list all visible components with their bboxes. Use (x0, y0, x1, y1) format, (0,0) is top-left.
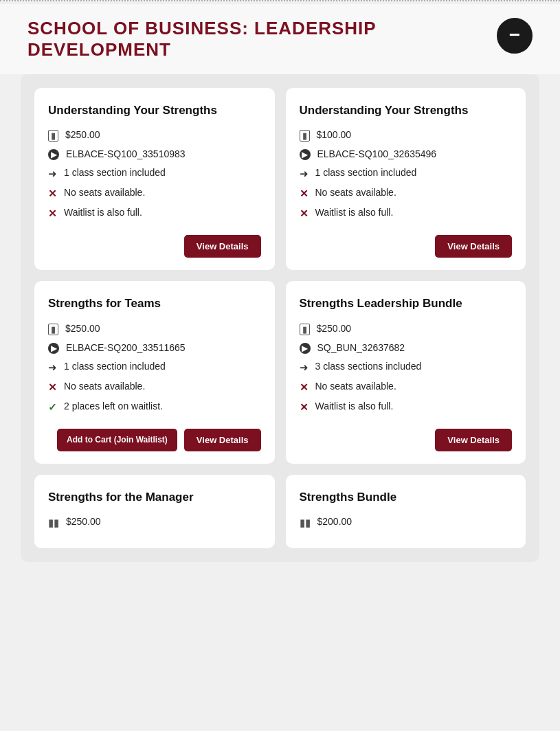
card-4: Strengths Leadership Bundle ▮ $250.00 ▶ … (286, 281, 526, 463)
tag-icon: ▶ (48, 343, 59, 354)
credit-card-icon: ▮ (48, 324, 58, 335)
card-sections: 3 class sections included (315, 361, 422, 372)
card-code-row: ▶ ELBACE-SQ100_33510983 (48, 148, 261, 160)
cross-icon-seats: ✕ (48, 381, 57, 394)
card-seats-row: ✕ No seats available. (300, 187, 513, 200)
card-seats: No seats available. (315, 187, 396, 198)
card-title: Understanding Your Strengths (48, 103, 261, 118)
cards-grid: Understanding Your Strengths ▮ $250.00 ▶… (34, 88, 526, 548)
card-price-row: ▮▮ $250.00 (48, 516, 261, 529)
card-actions: View Details (300, 235, 513, 258)
main-container: Understanding Your Strengths ▮ $250.00 ▶… (21, 74, 539, 561)
card-code-row: ▶ ELBACE-SQ200_33511665 (48, 342, 261, 354)
cross-icon-waitlist: ✕ (300, 401, 309, 414)
credit-card-icon: ▮ (48, 130, 58, 142)
card-sections-row: ➜ 3 class sections included (300, 361, 513, 374)
card-waitlist: Waitlist is also full. (315, 401, 394, 412)
card-actions: View Details (48, 235, 261, 258)
cross-icon-waitlist: ✕ (48, 207, 57, 220)
card-2: Understanding Your Strengths ▮ $100.00 ▶… (286, 88, 526, 270)
card-3: Strengths for Teams ▮ $250.00 ▶ ELBACE-S… (34, 281, 275, 463)
minus-button[interactable]: − (497, 18, 533, 54)
card-seats-row: ✕ No seats available. (48, 381, 261, 394)
card-waitlist: 2 places left on waitlist. (64, 401, 163, 412)
card-price-row: ▮▮ $200.00 (300, 516, 513, 529)
view-details-button[interactable]: View Details (435, 429, 512, 451)
card-price: $250.00 (317, 323, 352, 334)
tag-icon: ▶ (300, 149, 311, 160)
card-price: $250.00 (66, 516, 101, 527)
credit-card-icon: ▮ (300, 324, 310, 335)
card-price-row: ▮ $250.00 (48, 129, 261, 142)
arrow-icon: ➜ (48, 168, 57, 180)
card-waitlist: Waitlist is also full. (315, 207, 394, 218)
cross-icon-seats: ✕ (300, 381, 309, 394)
cross-icon-seats: ✕ (48, 188, 57, 200)
arrow-icon: ➜ (300, 168, 309, 180)
card-price: $250.00 (65, 323, 100, 334)
view-details-button[interactable]: View Details (184, 429, 261, 451)
card-code-row: ▶ SQ_BUN_32637682 (300, 342, 513, 354)
cross-icon-seats: ✕ (300, 188, 309, 200)
card-seats: No seats available. (64, 187, 145, 198)
card-actions: Add to Cart (Join Waitlist) View Details (48, 429, 261, 451)
card-actions: View Details (300, 429, 513, 451)
card-5: Strengths for the Manager ▮▮ $250.00 (34, 475, 275, 548)
card-waitlist: Waitlist is also full. (64, 207, 142, 218)
tag-icon: ▶ (300, 343, 311, 354)
card-code: SQ_BUN_32637682 (317, 342, 405, 353)
card-seats-row: ✕ No seats available. (48, 187, 261, 200)
cross-icon-waitlist: ✕ (300, 207, 309, 220)
card-sections-row: ➜ 1 class section included (300, 167, 513, 180)
card-price: $100.00 (317, 129, 352, 140)
card-price: $200.00 (317, 516, 352, 527)
card-price: $250.00 (65, 129, 100, 140)
card-seats: No seats available. (64, 381, 145, 392)
credit-icon: ▮▮ (300, 517, 311, 529)
page-header: School of Business: Leadership Developme… (0, 4, 560, 74)
card-seats: No seats available. (315, 381, 396, 392)
card-seats-row: ✕ No seats available. (300, 381, 513, 394)
card-sections: 1 class section included (64, 361, 166, 372)
card-title: Strengths for Teams (48, 296, 261, 311)
card-title: Strengths Leadership Bundle (300, 296, 513, 311)
card-sections-row: ➜ 1 class section included (48, 361, 261, 374)
card-1: Understanding Your Strengths ▮ $250.00 ▶… (34, 88, 275, 270)
credit-card-icon: ▮ (300, 130, 310, 142)
arrow-icon: ➜ (300, 361, 309, 374)
arrow-icon: ➜ (48, 361, 57, 374)
card-sections: 1 class section included (64, 167, 166, 178)
card-title: Strengths for the Manager (48, 490, 261, 505)
add-to-cart-button[interactable]: Add to Cart (Join Waitlist) (57, 429, 177, 451)
card-waitlist-row: ✕ Waitlist is also full. (48, 207, 261, 220)
tag-icon: ▶ (48, 149, 59, 160)
card-waitlist-row: ✓ 2 places left on waitlist. (48, 401, 261, 414)
card-6: Strengths Bundle ▮▮ $200.00 (286, 475, 526, 548)
card-sections: 1 class section included (315, 167, 417, 178)
view-details-button[interactable]: View Details (184, 235, 261, 258)
credit-icon: ▮▮ (48, 517, 59, 529)
check-icon: ✓ (48, 401, 57, 414)
card-price-row: ▮ $250.00 (300, 323, 513, 335)
card-price-row: ▮ $100.00 (300, 129, 513, 142)
card-waitlist-row: ✕ Waitlist is also full. (300, 207, 513, 220)
card-code-row: ▶ ELBACE-SQ100_32635496 (300, 148, 513, 160)
card-code: ELBACE-SQ100_32635496 (317, 148, 437, 159)
page-title: School of Business: Leadership Developme… (27, 18, 412, 60)
card-title: Strengths Bundle (300, 490, 513, 505)
card-title: Understanding Your Strengths (300, 103, 513, 118)
card-waitlist-row: ✕ Waitlist is also full. (300, 401, 513, 414)
card-code: ELBACE-SQ200_33511665 (66, 342, 186, 353)
minus-icon: − (509, 25, 520, 45)
view-details-button[interactable]: View Details (435, 235, 512, 258)
card-price-row: ▮ $250.00 (48, 323, 261, 335)
card-sections-row: ➜ 1 class section included (48, 167, 261, 180)
card-code: ELBACE-SQ100_33510983 (66, 148, 186, 159)
